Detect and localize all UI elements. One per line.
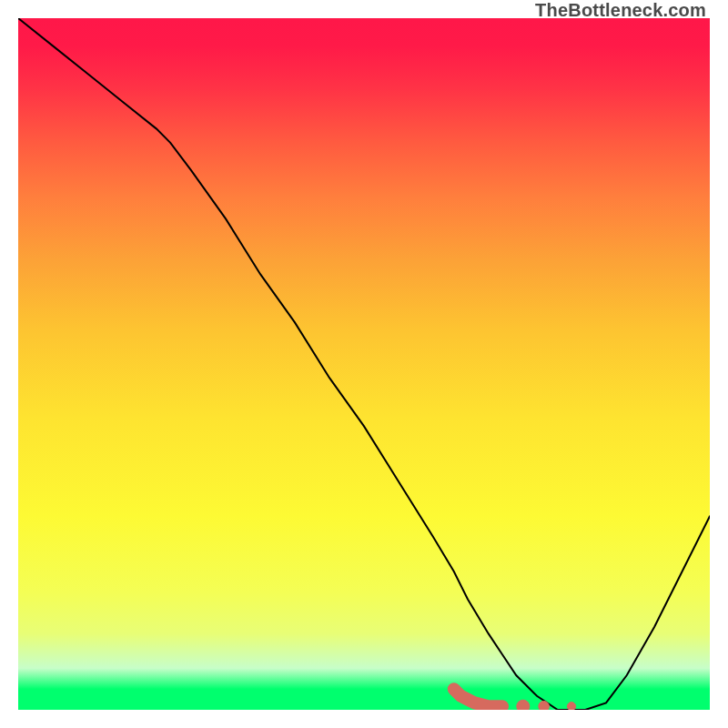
plot-area xyxy=(18,18,710,710)
gradient-background xyxy=(18,18,710,710)
chart-container: TheBottleneck.com xyxy=(0,0,728,728)
